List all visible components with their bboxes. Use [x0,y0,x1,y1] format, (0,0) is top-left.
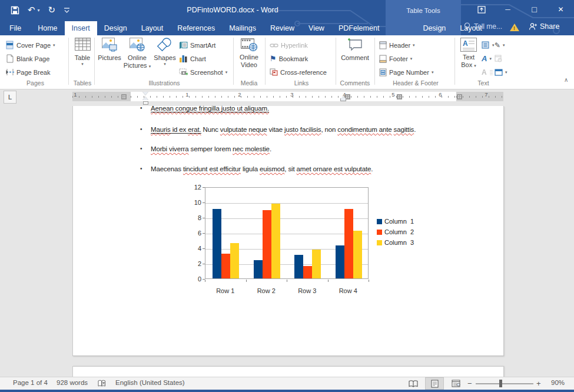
cross-reference-button[interactable]: Cross-reference [270,66,327,78]
zoom-in-icon[interactable]: + [536,379,541,388]
ribbon-group-media: Online Video Media [235,35,263,88]
zoom-slider-handle[interactable] [499,380,502,387]
chart-ytick-label: 10 [180,199,201,206]
zoom-slider-track[interactable] [476,383,533,384]
header-button[interactable]: Header▾ [379,39,415,51]
legend-swatch [377,240,382,245]
tab-home[interactable]: Home [31,21,64,35]
chart-object[interactable]: 024681012 Row 1Row 2Row 3Row 4 Column 1C… [179,182,497,300]
online-pictures-icon [130,38,145,52]
text-box-button[interactable]: A Text Box ▾ [458,38,479,69]
table-column-marker[interactable] [121,94,127,99]
paragraph[interactable]: •Mauris id ex erat. Nunc vulputate neque… [151,125,492,134]
table-column-marker[interactable] [457,94,462,99]
tab-file[interactable]: File [0,21,31,35]
paragraph[interactable]: •Maecenas tincidunt est efficitur ligula… [151,164,492,174]
tab-layout[interactable]: Layout [134,21,171,35]
left-indent-marker[interactable] [143,101,148,105]
text-run: vitae [267,126,284,133]
ruler-number: 7 [483,91,490,98]
chart-xtick-mark [328,280,329,282]
paragraph[interactable]: •Aenean congue fringilla justo ut aliqua… [151,106,492,113]
text-run: Mauris [151,126,171,134]
language-indicator[interactable]: English (United States) [115,379,185,386]
page-indicator[interactable]: Page 1 of 4 [13,379,48,386]
minimize-icon[interactable]: ─ [495,0,521,19]
table-column-marker[interactable] [397,94,402,99]
wordart-button[interactable]: A ▾ [482,52,492,65]
share-button[interactable]: Share [529,22,559,31]
web-layout-button[interactable] [446,377,465,390]
undo-icon[interactable]: ↶ [28,4,35,16]
page-break-button[interactable]: Page Break [6,66,50,78]
tab-stop-selector[interactable]: L [4,91,16,104]
shapes-button[interactable]: Shapes ▾ [153,38,177,67]
chart-category-label: Row 2 [248,287,284,294]
hyperlink-button: Hyperlink [270,39,308,51]
customize-quick-access-toolbar-icon[interactable] [64,6,70,14]
contextual-tab-design[interactable]: Design [416,21,453,35]
undo-dropdown-caret-icon[interactable]: ▾ [38,8,40,13]
page-number-button[interactable]: Page Number▾ [379,66,433,78]
comment-button[interactable]: Comment [341,38,369,62]
proofing-status-icon[interactable] [98,380,106,387]
ruler-right-margin [456,92,503,101]
tab-pdfelement[interactable]: PDFelement [331,21,386,35]
screenshot-button[interactable]: Screenshot▾ [179,66,227,78]
zoom-level[interactable]: 90% [551,379,565,386]
text-box-icon: A [460,38,477,52]
tab-mailings[interactable]: Mailings [222,21,263,35]
save-icon[interactable] [11,6,19,15]
pictures-button[interactable]: Pictures [98,38,121,62]
document-page-1[interactable]: •Aenean congue fringilla justo ut aliqua… [72,106,504,356]
print-layout-button[interactable] [425,377,444,390]
warning-icon[interactable]: ! [510,24,519,31]
paragraph[interactable]: •Morbi viverra semper lorem nec molestie… [151,144,492,154]
footer-icon [379,55,387,63]
ribbon-group-header-footer: Header▾ Footer▾ Page Number▾ Header & Fo… [378,35,453,88]
hanging-indent-marker[interactable] [142,97,148,100]
chart-button[interactable]: Chart [179,52,206,65]
online-video-button[interactable]: Online Video [237,38,261,68]
signature-line-button[interactable]: ✎ ▾ [495,39,505,51]
tab-design[interactable]: Design [97,21,134,35]
tell-me-box[interactable]: Tell me... [464,22,502,31]
window-title: PDFintoWORD.docx - Word [141,6,324,14]
quick-parts-button[interactable]: ▾ [482,39,495,51]
table-button[interactable]: Table ▾ [72,38,92,67]
tab-references[interactable]: References [170,21,222,35]
legend-entry: Column 3 [377,239,414,246]
share-person-icon [529,22,537,31]
text-run: Aenean congue fringilla justo ut aliquam… [151,106,269,112]
cover-page-button[interactable]: Cover Page▾ [6,39,55,51]
collapse-ribbon-icon[interactable]: ∧ [564,77,568,83]
online-pictures-button[interactable]: Online Pictures ▾ [122,38,152,70]
text-run: id ex [171,126,188,134]
document-page-2[interactable] [72,366,504,377]
read-mode-button[interactable] [404,377,423,390]
legend-label: Column 3 [384,239,414,246]
smartart-button[interactable]: SmartArt [179,39,215,51]
redo-icon[interactable]: ↻ [48,4,56,16]
tab-insert[interactable]: Insert [65,21,97,35]
chart-ytick-mark [203,187,205,188]
ribbon-display-options-icon[interactable] [468,0,495,19]
maximize-icon[interactable]: □ [521,0,548,19]
tab-review[interactable]: Review [263,21,301,35]
zoom-out-icon[interactable]: − [467,379,472,388]
tab-view[interactable]: View [301,21,331,35]
object-button[interactable]: ▾ [495,66,507,78]
bookmark-button[interactable]: ⚑ Bookmark [270,52,308,65]
blank-page-button[interactable]: Blank Page [6,52,49,65]
footer-button[interactable]: Footer▾ [379,52,412,65]
first-line-indent-marker[interactable] [142,92,148,95]
text-run: Maecenas [151,165,183,172]
date-time-button [495,52,502,65]
chart-bar [303,266,312,278]
date-time-icon [495,55,502,62]
word-count[interactable]: 928 words [57,379,88,386]
chart-bar [353,231,362,278]
ribbon-group-comments: Comment Comments [338,35,372,88]
close-icon[interactable]: ✕ [548,0,574,19]
chart-ytick-label: 0 [180,275,201,283]
